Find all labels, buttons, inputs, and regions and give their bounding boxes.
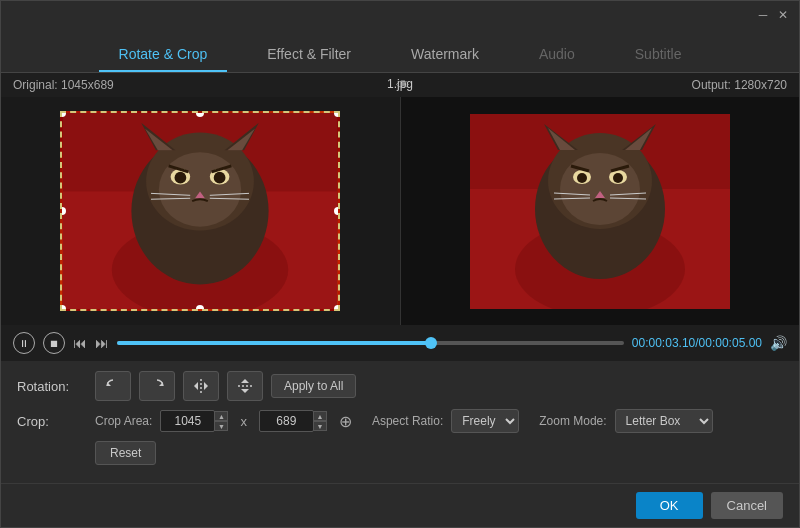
flip-horizontal-button[interactable] xyxy=(183,371,219,401)
crop-handle-mr[interactable] xyxy=(334,207,340,215)
time-display: 00:00:03.10/00:00:05.00 xyxy=(632,336,762,350)
apply-all-button[interactable]: Apply to All xyxy=(271,374,356,398)
height-input-group: ▲ ▼ xyxy=(259,410,327,432)
preview-area: Original: 1045x689 👁 1.jpg Output: 1280x… xyxy=(1,73,799,361)
svg-marker-48 xyxy=(241,379,249,383)
width-input[interactable] xyxy=(160,410,215,432)
output-preview-image xyxy=(470,114,730,309)
minimize-button[interactable]: ─ xyxy=(755,7,771,23)
original-resolution: Original: 1045x689 xyxy=(13,78,114,92)
prev-frame-button[interactable]: ⏮ xyxy=(73,335,87,351)
tab-effect-filter[interactable]: Effect & Filter xyxy=(247,38,371,72)
footer: OK Cancel xyxy=(1,483,799,527)
rotate-left-button[interactable] xyxy=(95,371,131,401)
filename: 1.jpg xyxy=(387,77,413,91)
tab-watermark[interactable]: Watermark xyxy=(391,38,499,72)
svg-marker-42 xyxy=(107,382,111,386)
width-input-group: ▲ ▼ xyxy=(160,410,228,432)
svg-point-13 xyxy=(214,172,226,184)
output-resolution: Output: 1280x720 xyxy=(692,78,787,92)
tab-audio: Audio xyxy=(519,38,595,72)
close-button[interactable]: ✕ xyxy=(775,7,791,23)
svg-marker-45 xyxy=(194,382,198,390)
stop-button[interactable]: ⏹ xyxy=(43,332,65,354)
rotate-right-button[interactable] xyxy=(139,371,175,401)
svg-point-12 xyxy=(175,172,187,184)
tab-subtitle: Subtitle xyxy=(615,38,702,72)
zoom-mode-label: Zoom Mode: xyxy=(539,414,606,428)
crop-preview-image[interactable] xyxy=(60,111,340,311)
reset-row: Reset xyxy=(17,441,783,465)
tab-rotate-crop[interactable]: Rotate & Crop xyxy=(99,38,228,72)
width-decrement[interactable]: ▼ xyxy=(214,421,228,431)
progress-fill xyxy=(117,341,431,345)
crop-handle-bm[interactable] xyxy=(196,305,204,311)
current-time: 00:00:03.10 xyxy=(632,336,695,350)
height-input[interactable] xyxy=(259,410,314,432)
title-bar: ─ ✕ xyxy=(1,1,799,29)
svg-point-9 xyxy=(159,152,241,226)
flip-vertical-button[interactable] xyxy=(227,371,263,401)
preview-right xyxy=(400,97,800,325)
zoom-mode-select[interactable]: Letter Box Pan & Scan Full xyxy=(615,409,713,433)
preview-images xyxy=(1,97,799,325)
aspect-ratio-select[interactable]: Freely 16:9 4:3 1:1 xyxy=(451,409,519,433)
aspect-ratio-label: Aspect Ratio: xyxy=(372,414,443,428)
ok-button[interactable]: OK xyxy=(636,492,703,519)
preview-meta: Original: 1045x689 👁 1.jpg Output: 1280x… xyxy=(1,73,799,97)
svg-point-34 xyxy=(613,173,623,183)
crop-handle-tr[interactable] xyxy=(334,111,340,117)
controls-panel: Rotation: Apply to All Crop: Crop Area: xyxy=(1,361,799,483)
crop-row: Crop: Crop Area: ▲ ▼ x ▲ ▼ ⊕ Aspect Rati… xyxy=(17,409,783,433)
crop-handle-br[interactable] xyxy=(334,305,340,311)
crop-area-label: Crop Area: xyxy=(95,414,152,428)
crop-handle-bl[interactable] xyxy=(60,305,66,311)
tab-bar: Rotate & Crop Effect & Filter Watermark … xyxy=(1,29,799,73)
svg-point-33 xyxy=(577,173,587,183)
preview-left[interactable] xyxy=(1,97,400,325)
volume-icon[interactable]: 🔊 xyxy=(770,335,787,351)
window: ─ ✕ Rotate & Crop Effect & Filter Waterm… xyxy=(0,0,800,528)
pause-button[interactable]: ⏸ xyxy=(13,332,35,354)
reset-button[interactable]: Reset xyxy=(95,441,156,465)
cancel-button[interactable]: Cancel xyxy=(711,492,783,519)
playback-bar: ⏸ ⏹ ⏮ ⏭ 00:00:03.10/00:00:05.00 🔊 xyxy=(1,325,799,361)
center-crop-icon[interactable]: ⊕ xyxy=(339,412,352,431)
crop-label: Crop: xyxy=(17,414,87,429)
next-frame-button[interactable]: ⏭ xyxy=(95,335,109,351)
svg-marker-43 xyxy=(159,382,163,386)
height-increment[interactable]: ▲ xyxy=(313,411,327,421)
svg-point-30 xyxy=(560,153,640,225)
size-separator: x xyxy=(240,414,247,429)
rotation-row: Rotation: Apply to All xyxy=(17,371,783,401)
svg-marker-46 xyxy=(204,382,208,390)
width-spinners: ▲ ▼ xyxy=(214,411,228,431)
height-decrement[interactable]: ▼ xyxy=(313,421,327,431)
progress-track[interactable] xyxy=(117,341,624,345)
width-increment[interactable]: ▲ xyxy=(214,411,228,421)
height-spinners: ▲ ▼ xyxy=(313,411,327,431)
svg-marker-49 xyxy=(241,389,249,393)
rotation-label: Rotation: xyxy=(17,379,87,394)
progress-thumb[interactable] xyxy=(425,337,437,349)
total-time: 00:00:05.00 xyxy=(699,336,762,350)
